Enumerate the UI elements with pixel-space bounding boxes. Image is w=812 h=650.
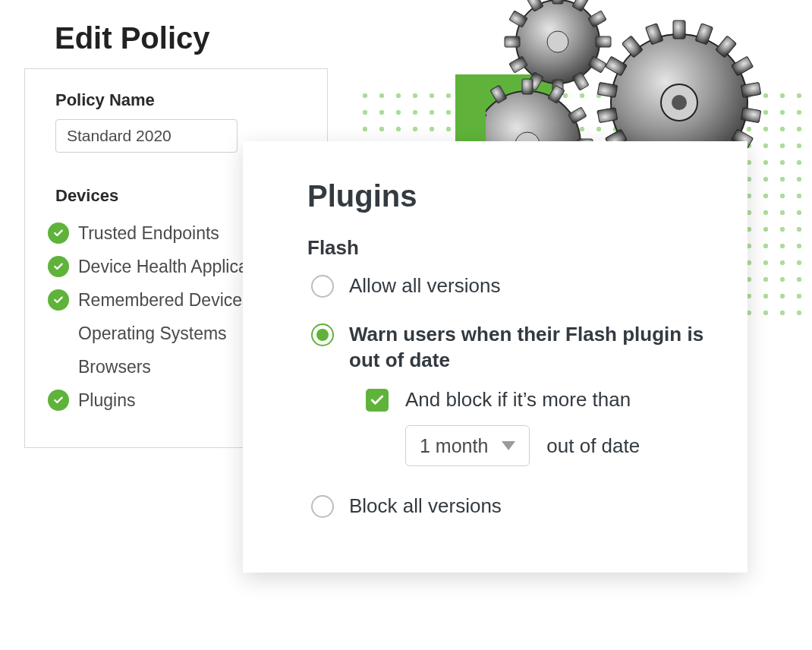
radio-icon (311, 275, 334, 298)
svg-rect-16 (673, 21, 685, 39)
device-item-label: Browsers (78, 357, 151, 377)
policy-name-input[interactable] (55, 119, 238, 153)
empty-icon (48, 323, 69, 344)
out-of-date-suffix: out of date (546, 434, 640, 458)
policy-name-label: Policy Name (55, 90, 304, 110)
svg-rect-21 (741, 108, 760, 123)
check-circle-icon (48, 289, 69, 311)
svg-rect-30 (597, 82, 617, 97)
svg-rect-2 (552, 0, 563, 4)
svg-point-14 (547, 31, 568, 52)
empty-icon (48, 356, 69, 377)
plugins-card: Plugins Flash Allow all versions Warn us… (243, 141, 747, 573)
block-if-older-label: And block if it’s more than (405, 388, 631, 412)
warn-sub-option: And block if it’s more than 1 month out … (366, 388, 706, 466)
svg-rect-37 (522, 79, 533, 94)
page-title: Edit Policy (55, 21, 210, 55)
check-circle-icon (48, 222, 69, 244)
svg-rect-20 (741, 82, 760, 97)
chevron-down-icon (502, 441, 515, 450)
block-if-older-checkbox[interactable] (366, 389, 389, 412)
device-item-label: Remembered Devices (78, 290, 251, 311)
radio-label: Block all versions (349, 494, 502, 519)
radio-icon-selected (311, 323, 334, 346)
check-circle-icon (48, 390, 69, 411)
svg-rect-29 (597, 108, 617, 123)
device-item-label: Operating Systems (78, 323, 227, 344)
svg-rect-11 (505, 36, 520, 47)
radio-icon (311, 495, 334, 518)
svg-point-35 (672, 95, 687, 110)
radio-allow-all[interactable]: Allow all versions (311, 273, 706, 299)
out-of-date-duration-select[interactable]: 1 month (405, 425, 530, 466)
radio-warn-outdated[interactable]: Warn users when their Flash plugin is ou… (311, 322, 706, 374)
svg-rect-5 (596, 36, 611, 47)
radio-block-all[interactable]: Block all versions (311, 494, 706, 519)
check-circle-icon (48, 256, 69, 277)
radio-label: Allow all versions (349, 273, 500, 299)
select-value: 1 month (420, 435, 488, 457)
radio-label: Warn users when their Flash plugin is ou… (349, 322, 706, 374)
plugins-section-flash: Flash (307, 236, 706, 260)
plugins-title: Plugins (307, 179, 706, 213)
device-item-label: Trusted Endpoints (78, 223, 219, 244)
device-item-label: Plugins (78, 390, 135, 411)
